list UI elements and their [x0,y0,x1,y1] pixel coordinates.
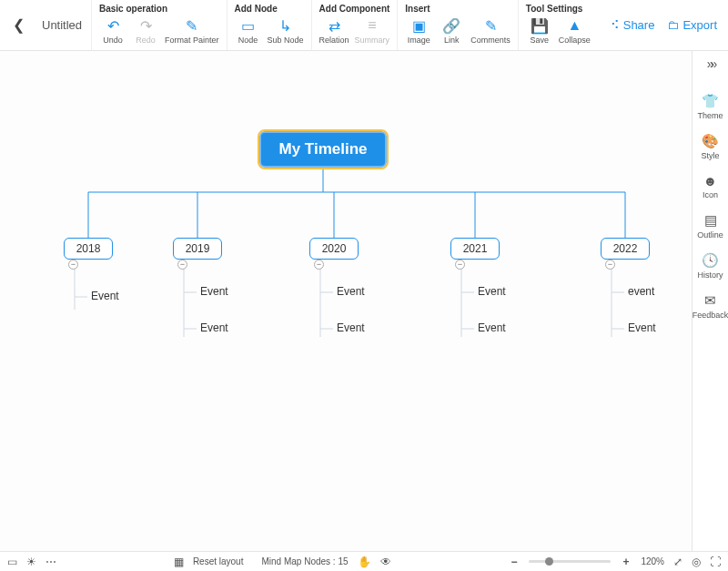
eye-icon[interactable]: 👁 [380,556,391,568]
zoom-out-button[interactable]: − [508,556,520,568]
hand-icon[interactable]: ✋ [358,556,371,568]
panel-icon[interactable]: ☻Icon [693,173,728,199]
node-button[interactable]: ▭Node [235,15,262,45]
brightness-icon[interactable]: ☀ [26,556,36,568]
collapse-icon: ▲ [566,17,582,34]
event-node[interactable]: Event [478,285,506,298]
year-node-2020[interactable]: 2020 [309,238,359,260]
button-label: Image [408,36,430,45]
panel-style[interactable]: 🎨Style [693,133,728,160]
button-label: Collapse [559,36,591,45]
event-node[interactable]: Event [628,321,656,334]
node-icon: ▭ [240,17,257,34]
theme-icon: 👕 [702,93,719,109]
export-button[interactable]: 🗀Export [667,18,717,32]
undo-button[interactable]: ↶Undo [99,15,126,45]
year-node-2021[interactable]: 2021 [450,238,500,260]
collapse-toggle-2020[interactable]: − [314,260,324,270]
button-label: Relation [319,36,349,45]
subnode-icon: ↳ [278,17,294,34]
more-icon[interactable]: ⋯ [46,556,56,568]
event-node[interactable]: event [628,285,654,298]
event-node[interactable]: Event [200,285,228,298]
zoom-value: 120% [641,556,664,566]
redo-button: ↷Redo [132,15,159,45]
group-label: Add Node [235,4,304,14]
feedback-icon: ✉ [704,292,716,309]
summary-icon: ≡ [364,17,380,34]
save-icon: 💾 [531,17,548,34]
fit-icon[interactable]: ⤢ [673,556,682,568]
event-node[interactable]: Event [337,285,365,298]
panel-feedback[interactable]: ✉Feedback [693,292,728,320]
year-node-2018[interactable]: 2018 [64,238,113,260]
collapse-button[interactable]: ▲Collapse [559,15,591,45]
locate-icon[interactable]: ◎ [692,556,701,568]
toolbar-group-basic-operation: Basic operation↶Undo↷Redo✎Format Painter [91,0,227,50]
outline-icon: ▤ [704,212,717,229]
node-count-label: Mind Map Nodes : 15 [261,556,348,566]
panel-label: Feedback [693,311,728,320]
collapse-toggle-2018[interactable]: − [68,260,78,270]
group-label: Basic operation [99,4,219,14]
style-icon: 🎨 [702,133,719,149]
toolbar: ❮ Untitled Basic operation↶Undo↷Redo✎For… [0,0,728,51]
event-node[interactable]: Event [478,321,506,334]
group-label: Insert [405,4,511,14]
year-node-2019[interactable]: 2019 [173,238,222,260]
button-label: Comments [470,36,511,45]
format-painter-button[interactable]: ✎Format Painter [165,15,219,45]
image-icon: ▣ [410,17,427,34]
collapse-toggle-2021[interactable]: − [455,260,465,270]
button-label: Format Painter [165,36,219,45]
format-painter-icon: ✎ [184,17,200,34]
history-icon: 🕓 [702,252,719,269]
canvas[interactable]: My Timeline 2018−Event2019−EventEvent202… [0,51,692,551]
back-button[interactable]: ❮ [0,0,36,50]
share-button[interactable]: ⠪Share [611,18,655,32]
panel-label: History [697,270,723,280]
zoom-in-button[interactable]: + [620,556,632,568]
grid-icon[interactable]: ▦ [174,556,184,568]
panel-outline[interactable]: ▤Outline [693,212,728,240]
collapse-toggle-2019[interactable]: − [177,260,187,270]
relation-icon: ⇄ [326,17,342,34]
root-node[interactable]: My Timeline [259,131,387,168]
reset-layout-button[interactable]: Reset layout [193,556,244,566]
event-node[interactable]: Event [91,290,119,302]
button-label: Node [238,36,258,45]
toolbar-group-insert: Insert▣Image🔗Link✎Comments [397,0,518,50]
year-node-2022[interactable]: 2022 [601,238,650,260]
panel-label: Style [701,151,719,160]
button-label: Redo [136,36,156,45]
button-label: Summary [355,36,390,45]
doc-title[interactable]: Untitled [36,0,91,50]
link-button[interactable]: 🔗Link [438,15,465,45]
collapse-toggle-2022[interactable]: − [605,260,615,270]
button-label: Link [444,36,460,45]
panel-theme[interactable]: 👕Theme [693,93,728,120]
toolbar-group-add-node: Add Node▭Node↳Sub Node [227,0,311,50]
event-node[interactable]: Event [337,321,365,334]
link-icon: 🔗 [443,17,460,34]
collapse-sidebar-icon[interactable]: »» [707,56,714,71]
redo-icon: ↷ [137,17,154,34]
presentation-icon[interactable]: ▭ [7,556,17,568]
icon-icon: ☻ [703,173,718,189]
event-node[interactable]: Event [200,321,228,334]
fullscreen-icon[interactable]: ⛶ [710,556,721,568]
comments-icon: ✎ [482,17,499,34]
status-bar: ▭ ☀ ⋯ ▦ Reset layout Mind Map Nodes : 15… [0,551,728,571]
panel-history[interactable]: 🕓History [693,252,728,280]
relation-button[interactable]: ⇄Relation [319,15,349,45]
comments-button[interactable]: ✎Comments [470,15,511,45]
button-label: Save [531,36,550,45]
save-button[interactable]: 💾Save [526,15,553,45]
image-button[interactable]: ▣Image [405,15,432,45]
zoom-slider[interactable] [529,560,611,563]
toolbar-group-tool-settings: Tool Settings💾Save▲Collapse [518,0,598,50]
toolbar-group-add-component: Add Component⇄Relation≡Summary [311,0,398,50]
group-label: Add Component [319,4,390,14]
subnode-button[interactable]: ↳Sub Node [268,15,304,45]
button-label: Sub Node [268,36,304,45]
